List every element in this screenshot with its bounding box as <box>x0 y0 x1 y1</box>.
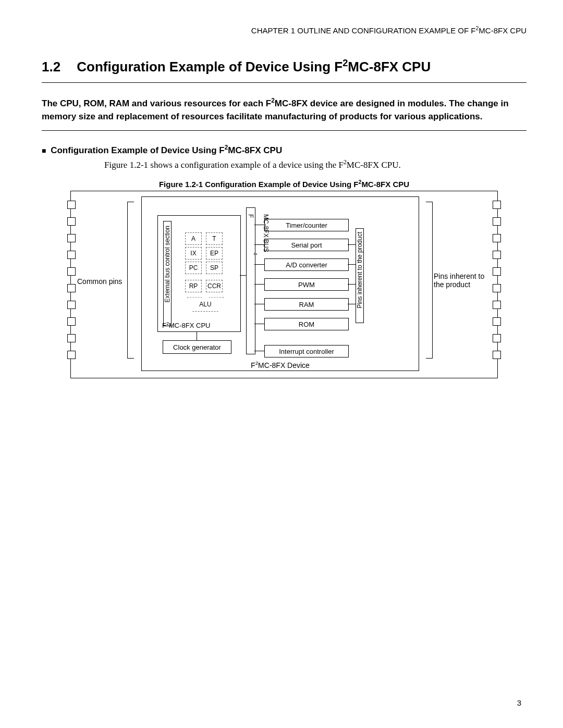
connector-line <box>254 284 264 285</box>
reg-sp: SP <box>206 262 223 274</box>
section-title: 1.2 Configuration Example of Device Usin… <box>42 59 527 75</box>
title-sup: 2 <box>342 58 348 68</box>
connector-line <box>254 351 264 351</box>
subhead-pre: Configuration Example of Device Using F <box>51 145 224 155</box>
diagram: Common pins Pins inherent to the product… <box>70 191 498 378</box>
connector-line <box>254 225 264 225</box>
connector-line <box>348 264 356 265</box>
alu-box: ALU <box>187 297 224 312</box>
reg-pc: PC <box>185 262 202 274</box>
brace-right-icon <box>426 202 433 359</box>
intro-paragraph: The CPU, ROM, RAM and various resources … <box>42 97 527 123</box>
pin-icon <box>67 251 76 259</box>
connector-line <box>240 275 246 276</box>
bus-box: F2MC-8FX BUS <box>246 207 255 354</box>
pin-icon <box>493 301 501 309</box>
device-box: F2MC-8FX Device External bus control sec… <box>141 196 419 371</box>
cpu-label: F2MC-8FX CPU <box>162 322 210 329</box>
pin-icon <box>493 201 501 209</box>
connector-line <box>254 244 264 245</box>
connector-line <box>254 324 264 324</box>
subhead-post: MC-8FX CPU <box>228 145 282 155</box>
brace-left-icon <box>127 202 134 359</box>
intro-sup: 2 <box>271 97 275 104</box>
resource-timer: Timer/counter <box>264 219 349 231</box>
external-bus-box: External bus control section <box>163 221 172 326</box>
figcap-pre: Figure 1.2-1 Configuration Example of De… <box>159 180 359 189</box>
device-label: F2MC-8FX Device <box>142 361 419 369</box>
pin-icon <box>493 267 501 276</box>
pin-icon <box>493 217 501 226</box>
pin-icon <box>67 234 76 242</box>
resource-rom: ROM <box>264 318 349 330</box>
pin-icon <box>493 317 501 326</box>
pin-icon <box>493 351 501 359</box>
rule-bottom <box>42 130 527 131</box>
pin-icon <box>67 334 76 342</box>
devlab-post: MC-8FX Device <box>258 361 310 369</box>
devlab-pre: F <box>251 361 255 369</box>
title-pre: Configuration Example of Device Using F <box>77 59 342 75</box>
caption-pre: Figure 1.2-1 shows a configuration examp… <box>104 160 344 170</box>
figcap-post: MC-8FX CPU <box>361 180 409 189</box>
bus-pre: F <box>247 211 254 255</box>
pin-icon <box>67 217 76 226</box>
pin-icon <box>493 234 501 242</box>
pin-icon <box>493 334 501 342</box>
reg-ccr: CCR <box>206 280 223 292</box>
connector-line <box>197 331 197 340</box>
pin-icon <box>67 351 76 359</box>
chapter-header: CHAPTER 1 OUTLINE AND CONFIGURATION EXAM… <box>42 26 527 35</box>
pin-icon <box>67 317 76 326</box>
rule-top <box>42 82 527 83</box>
chapter-text: CHAPTER 1 OUTLINE AND CONFIGURATION EXAM… <box>251 26 476 35</box>
pin-icon <box>67 301 76 309</box>
reg-ix: IX <box>185 247 202 260</box>
subheading: ■ Configuration Example of Device Using … <box>42 145 527 156</box>
pin-icon <box>493 284 501 292</box>
resource-interrupt: Interrupt controller <box>264 345 349 357</box>
reg-a: A <box>185 232 202 245</box>
pin-icon <box>67 201 76 209</box>
connector-line <box>254 264 264 265</box>
pins-inherent-label: Pins inherent to the product <box>434 272 491 289</box>
reg-rp: RP <box>185 280 202 292</box>
pin-icon <box>67 284 76 292</box>
connector-line <box>348 284 356 285</box>
pin-icon <box>493 251 501 259</box>
resource-adc: A/D converter <box>264 258 349 271</box>
connector-line <box>348 304 356 304</box>
caption-sentence: Figure 1.2-1 shows a configuration examp… <box>104 160 527 170</box>
cpu-box: External bus control section A T IX EP P… <box>157 215 241 332</box>
reg-t: T <box>206 232 223 245</box>
title-post: MC-8FX CPU <box>348 59 431 75</box>
pin-icon <box>67 267 76 276</box>
resource-pwm: PWM <box>264 278 349 291</box>
pins-vert-box: Pins inherent to the product <box>356 228 364 323</box>
cpulab-pre: F <box>162 322 166 329</box>
pins-vert-label: Pins inherent to the product <box>356 229 363 312</box>
cpulab-post: MC-8FX CPU <box>169 322 210 329</box>
caption-post: MC-8FX CPU. <box>347 160 401 170</box>
connector-line <box>254 304 264 304</box>
square-marker-icon: ■ <box>42 146 46 155</box>
reg-ep: EP <box>206 247 223 260</box>
section-number: 1.2 <box>42 59 73 75</box>
resource-serial: Serial port <box>264 239 349 251</box>
connector-line <box>348 244 356 245</box>
ext-bus-label: External bus control section <box>164 221 171 306</box>
chapter-tail: MC-8FX CPU <box>479 26 527 35</box>
clock-generator-box: Clock generator <box>163 340 231 354</box>
figure-caption: Figure 1.2-1 Configuration Example of De… <box>42 180 527 189</box>
intro-pre: The CPU, ROM, RAM and various resources … <box>42 98 271 108</box>
resource-ram: RAM <box>264 298 349 311</box>
common-pins-label: Common pins <box>77 277 122 286</box>
